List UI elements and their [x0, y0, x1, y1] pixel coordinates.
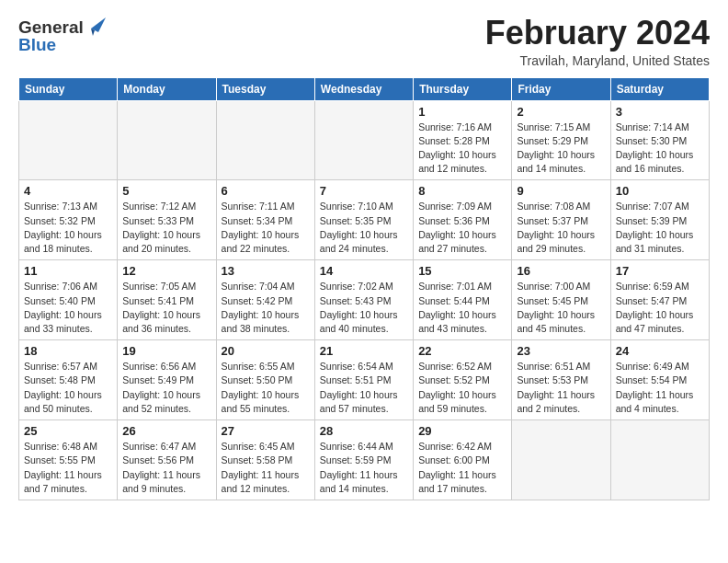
col-monday: Monday: [118, 77, 216, 100]
day-number: 25: [24, 424, 112, 438]
day-number: 16: [517, 264, 605, 278]
day-number: 12: [122, 264, 210, 278]
day-info: Sunrise: 7:05 AMSunset: 5:41 PMDaylight:…: [122, 280, 210, 336]
day-number: 20: [222, 344, 310, 358]
calendar-cell: 22Sunrise: 6:52 AMSunset: 5:52 PMDayligh…: [414, 340, 512, 420]
day-number: 22: [418, 344, 506, 358]
col-saturday: Saturday: [610, 77, 709, 100]
calendar-cell: 23Sunrise: 6:51 AMSunset: 5:53 PMDayligh…: [512, 340, 610, 420]
day-number: 23: [517, 344, 605, 358]
day-info: Sunrise: 6:57 AMSunset: 5:48 PMDaylight:…: [24, 360, 112, 416]
day-number: 6: [222, 184, 310, 198]
day-info: Sunrise: 6:42 AMSunset: 6:00 PMDaylight:…: [418, 440, 506, 496]
calendar-cell: 17Sunrise: 6:59 AMSunset: 5:47 PMDayligh…: [610, 260, 709, 340]
calendar-cell: 20Sunrise: 6:55 AMSunset: 5:50 PMDayligh…: [216, 340, 314, 420]
title-block: February 2024 Travilah, Maryland, United…: [485, 15, 710, 68]
day-info: Sunrise: 6:55 AMSunset: 5:50 PMDaylight:…: [222, 360, 310, 416]
day-number: 21: [320, 344, 408, 358]
day-info: Sunrise: 7:09 AMSunset: 5:36 PMDaylight:…: [418, 200, 506, 256]
day-info: Sunrise: 7:12 AMSunset: 5:33 PMDaylight:…: [122, 200, 210, 256]
calendar-cell: 24Sunrise: 6:49 AMSunset: 5:54 PMDayligh…: [610, 340, 709, 420]
calendar-cell: 6Sunrise: 7:11 AMSunset: 5:34 PMDaylight…: [216, 180, 314, 260]
day-number: 27: [222, 424, 310, 438]
day-number: 24: [616, 344, 704, 358]
calendar-cell: 21Sunrise: 6:54 AMSunset: 5:51 PMDayligh…: [314, 340, 413, 420]
day-number: 14: [320, 264, 408, 278]
day-info: Sunrise: 7:08 AMSunset: 5:37 PMDaylight:…: [517, 200, 605, 256]
day-info: Sunrise: 7:15 AMSunset: 5:29 PMDaylight:…: [517, 121, 605, 177]
calendar-cell: [216, 100, 314, 180]
calendar-cell: 27Sunrise: 6:45 AMSunset: 5:58 PMDayligh…: [216, 420, 314, 500]
day-number: 11: [24, 264, 112, 278]
logo-blue: Blue: [18, 36, 106, 55]
day-info: Sunrise: 7:13 AMSunset: 5:32 PMDaylight:…: [24, 200, 112, 256]
col-tuesday: Tuesday: [216, 77, 314, 100]
day-number: 28: [320, 424, 408, 438]
day-number: 7: [320, 184, 408, 198]
calendar-cell: 3Sunrise: 7:14 AMSunset: 5:30 PMDaylight…: [610, 100, 709, 180]
day-number: 4: [24, 184, 112, 198]
calendar-cell: 2Sunrise: 7:15 AMSunset: 5:29 PMDaylight…: [512, 100, 610, 180]
logo-bird-icon: [85, 16, 106, 36]
col-wednesday: Wednesday: [314, 77, 413, 100]
calendar-cell: 10Sunrise: 7:07 AMSunset: 5:39 PMDayligh…: [610, 180, 709, 260]
calendar-cell: 13Sunrise: 7:04 AMSunset: 5:42 PMDayligh…: [216, 260, 314, 340]
col-friday: Friday: [512, 77, 610, 100]
day-info: Sunrise: 6:44 AMSunset: 5:59 PMDaylight:…: [320, 440, 408, 496]
calendar-cell: 18Sunrise: 6:57 AMSunset: 5:48 PMDayligh…: [19, 340, 118, 420]
calendar-cell: [610, 420, 709, 500]
day-number: 15: [418, 264, 506, 278]
calendar-week-5: 25Sunrise: 6:48 AMSunset: 5:55 PMDayligh…: [19, 420, 710, 500]
day-info: Sunrise: 6:52 AMSunset: 5:52 PMDaylight:…: [418, 360, 506, 416]
day-info: Sunrise: 7:16 AMSunset: 5:28 PMDaylight:…: [418, 121, 506, 177]
calendar-table: Sunday Monday Tuesday Wednesday Thursday…: [18, 77, 710, 500]
day-number: 29: [418, 424, 506, 438]
day-info: Sunrise: 6:56 AMSunset: 5:49 PMDaylight:…: [122, 360, 210, 416]
day-number: 5: [122, 184, 210, 198]
day-number: 10: [616, 184, 704, 198]
day-number: 17: [616, 264, 704, 278]
calendar-cell: [118, 100, 216, 180]
col-sunday: Sunday: [19, 77, 118, 100]
calendar-cell: [19, 100, 118, 180]
day-info: Sunrise: 7:07 AMSunset: 5:39 PMDaylight:…: [616, 200, 704, 256]
day-number: 26: [122, 424, 210, 438]
month-year-title: February 2024: [485, 15, 710, 52]
day-info: Sunrise: 6:49 AMSunset: 5:54 PMDaylight:…: [616, 360, 704, 416]
day-info: Sunrise: 7:10 AMSunset: 5:35 PMDaylight:…: [320, 200, 408, 256]
calendar-cell: 16Sunrise: 7:00 AMSunset: 5:45 PMDayligh…: [512, 260, 610, 340]
calendar-cell: 25Sunrise: 6:48 AMSunset: 5:55 PMDayligh…: [19, 420, 118, 500]
calendar-header-row: Sunday Monday Tuesday Wednesday Thursday…: [19, 77, 710, 100]
calendar-cell: 11Sunrise: 7:06 AMSunset: 5:40 PMDayligh…: [19, 260, 118, 340]
calendar-cell: 28Sunrise: 6:44 AMSunset: 5:59 PMDayligh…: [314, 420, 413, 500]
calendar-cell: 4Sunrise: 7:13 AMSunset: 5:32 PMDaylight…: [19, 180, 118, 260]
calendar-cell: 29Sunrise: 6:42 AMSunset: 6:00 PMDayligh…: [414, 420, 512, 500]
day-number: 8: [418, 184, 506, 198]
day-info: Sunrise: 7:00 AMSunset: 5:45 PMDaylight:…: [517, 280, 605, 336]
calendar-cell: 1Sunrise: 7:16 AMSunset: 5:28 PMDaylight…: [414, 100, 512, 180]
day-info: Sunrise: 7:04 AMSunset: 5:42 PMDaylight:…: [222, 280, 310, 336]
day-info: Sunrise: 6:45 AMSunset: 5:58 PMDaylight:…: [222, 440, 310, 496]
calendar-cell: 5Sunrise: 7:12 AMSunset: 5:33 PMDaylight…: [118, 180, 216, 260]
calendar-week-3: 11Sunrise: 7:06 AMSunset: 5:40 PMDayligh…: [19, 260, 710, 340]
day-info: Sunrise: 7:11 AMSunset: 5:34 PMDaylight:…: [222, 200, 310, 256]
day-number: 1: [418, 105, 506, 119]
calendar-cell: [512, 420, 610, 500]
day-info: Sunrise: 7:01 AMSunset: 5:44 PMDaylight:…: [418, 280, 506, 336]
day-info: Sunrise: 6:59 AMSunset: 5:47 PMDaylight:…: [616, 280, 704, 336]
location-subtitle: Travilah, Maryland, United States: [485, 53, 710, 68]
day-info: Sunrise: 6:48 AMSunset: 5:55 PMDaylight:…: [24, 440, 112, 496]
col-thursday: Thursday: [414, 77, 512, 100]
calendar-cell: 9Sunrise: 7:08 AMSunset: 5:37 PMDaylight…: [512, 180, 610, 260]
calendar-cell: 12Sunrise: 7:05 AMSunset: 5:41 PMDayligh…: [118, 260, 216, 340]
logo: General Blue: [18, 18, 106, 55]
calendar-cell: 19Sunrise: 6:56 AMSunset: 5:49 PMDayligh…: [118, 340, 216, 420]
calendar-week-4: 18Sunrise: 6:57 AMSunset: 5:48 PMDayligh…: [19, 340, 710, 420]
day-info: Sunrise: 7:14 AMSunset: 5:30 PMDaylight:…: [616, 121, 704, 177]
calendar-cell: 15Sunrise: 7:01 AMSunset: 5:44 PMDayligh…: [414, 260, 512, 340]
calendar-week-2: 4Sunrise: 7:13 AMSunset: 5:32 PMDaylight…: [19, 180, 710, 260]
calendar-cell: [314, 100, 413, 180]
day-info: Sunrise: 6:47 AMSunset: 5:56 PMDaylight:…: [122, 440, 210, 496]
calendar-week-1: 1Sunrise: 7:16 AMSunset: 5:28 PMDaylight…: [19, 100, 710, 180]
day-number: 3: [616, 105, 704, 119]
